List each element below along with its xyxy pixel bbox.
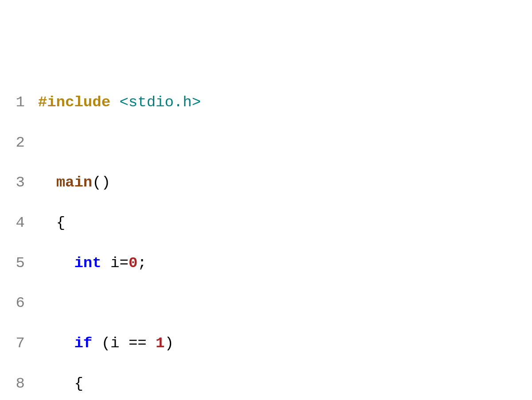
number-literal: 1 [156,335,164,352]
include-header: <stdio.h> [119,94,201,111]
code-area[interactable]: #include <stdio.h> main() { int i=0; if … [38,74,364,400]
brace-open: { [74,375,83,392]
line-number-gutter: 1 2 3 4 5 6 7 8 9 10 11 12 13 14 15 [0,74,38,400]
code-line[interactable] [38,131,364,155]
space [147,335,156,352]
indent [38,214,56,231]
indent [38,335,74,352]
space [119,335,128,352]
code-line[interactable]: if (i == 1) [38,332,364,355]
line-number: 2 [7,131,25,155]
keyword-int: int [74,255,101,272]
space [110,94,119,111]
indent [38,174,56,191]
parentheses: () [92,174,110,191]
line-number: 1 [7,91,25,114]
space [102,255,110,272]
line-number: 5 [7,252,25,275]
line-number: 8 [7,372,25,396]
code-line[interactable]: #include <stdio.h> [38,91,364,114]
paren-open: ( [102,335,110,352]
paren-close: ) [165,335,174,352]
operator-eq: = [119,255,128,272]
space [92,335,101,352]
code-line[interactable]: { [38,372,364,396]
identifier: i [110,255,119,272]
function-name: main [56,174,93,191]
code-line[interactable]: { [38,211,364,235]
operator-eqeq: == [129,335,147,352]
line-number: 3 [7,171,25,194]
line-number: 7 [7,332,25,355]
line-number: 6 [7,291,25,315]
code-line[interactable]: int i=0; [38,252,364,275]
code-editor[interactable]: 1 2 3 4 5 6 7 8 9 10 11 12 13 14 15 #inc… [0,74,532,400]
semicolon: ; [137,255,146,272]
indent [38,255,74,272]
code-line[interactable]: main() [38,171,364,194]
indent [38,375,74,392]
preprocessor-directive: #include [38,94,110,111]
brace-open: { [56,214,65,231]
number-literal: 0 [129,255,137,272]
keyword-if: if [74,335,92,352]
identifier: i [110,335,119,352]
line-number: 4 [7,211,25,235]
code-line[interactable] [38,291,364,315]
